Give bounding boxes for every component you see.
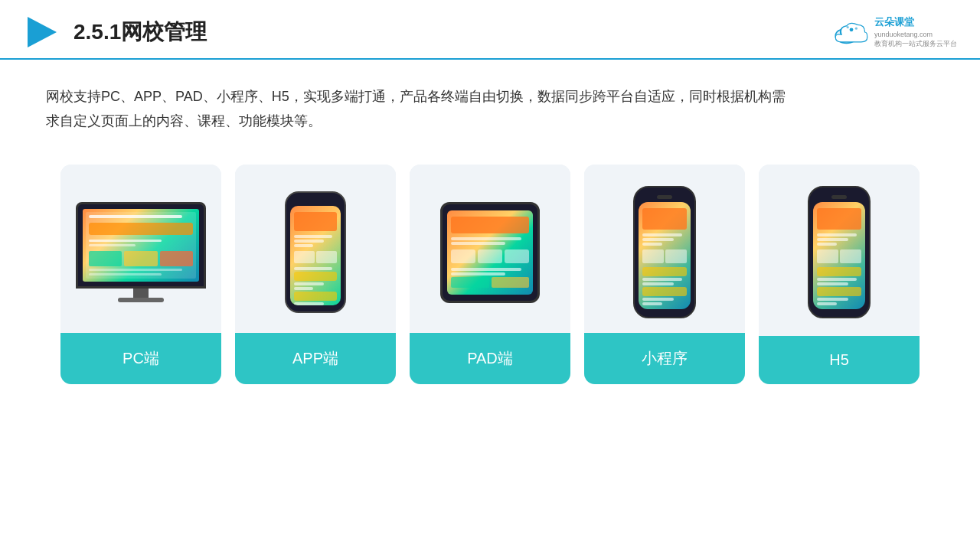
pad-icon (440, 202, 540, 303)
page-header: 2.5.1网校管理 云朵课堂 yunduoketang.com 教育机构一站式服… (0, 0, 980, 60)
pc-monitor-icon (76, 202, 206, 302)
svg-point-5 (847, 26, 849, 28)
description-text: 网校支持PC、APP、PAD、小程序、H5，实现多端打通，产品各终端自由切换，数… (0, 60, 842, 142)
phone-app-icon (285, 191, 346, 313)
card-label-pad: PAD端 (410, 333, 570, 384)
header-right: 云朵课堂 yunduoketang.com 教育机构一站式服务云平台 (833, 15, 957, 48)
page-title: 2.5.1网校管理 (74, 18, 207, 47)
card-label-miniapp: 小程序 (584, 333, 745, 384)
card-image-app (235, 165, 396, 333)
card-image-pad (410, 165, 570, 333)
svg-point-6 (855, 28, 858, 30)
card-h5: H5 (759, 165, 920, 384)
card-miniapp: 小程序 (584, 165, 745, 384)
card-label-app: APP端 (235, 333, 396, 384)
card-pad: PAD端 (410, 165, 570, 384)
card-label-pc: PC端 (60, 333, 221, 384)
brand-text: 云朵课堂 yunduoketang.com 教育机构一站式服务云平台 (874, 15, 957, 48)
svg-point-4 (850, 28, 854, 31)
phone-h5-icon (808, 186, 871, 318)
card-image-h5 (759, 165, 920, 333)
phone-miniapp-icon (633, 186, 696, 318)
brand-logo: 云朵课堂 yunduoketang.com 教育机构一站式服务云平台 (833, 15, 957, 48)
logo-icon (23, 14, 60, 51)
card-app: APP端 (235, 165, 396, 384)
svg-marker-0 (28, 17, 57, 47)
card-image-pc (60, 165, 221, 333)
header-left: 2.5.1网校管理 (23, 14, 207, 51)
card-label-h5: H5 (759, 336, 920, 384)
card-pc: PC端 (60, 165, 221, 384)
device-cards: PC端 (0, 142, 980, 384)
card-image-miniapp (584, 165, 745, 333)
cloud-logo-icon (833, 18, 870, 46)
